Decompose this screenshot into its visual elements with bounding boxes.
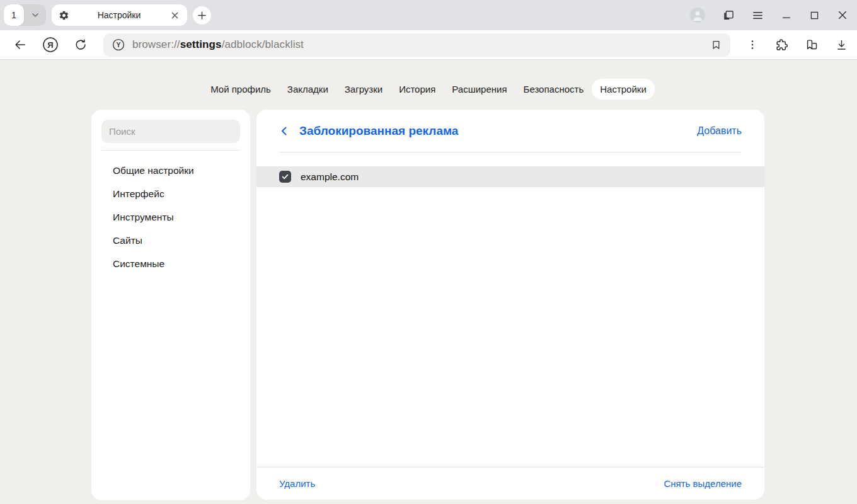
reload-button[interactable] xyxy=(69,33,92,56)
sidebar-item-tools[interactable]: Инструменты xyxy=(91,205,250,229)
sidebar-item-system[interactable]: Системные xyxy=(91,252,250,275)
hamburger-menu-icon[interactable] xyxy=(752,9,764,21)
nav-tab-extensions[interactable]: Расширения xyxy=(444,79,515,100)
gear-icon xyxy=(59,10,69,21)
page-title: Заблокированная реклама xyxy=(299,124,458,138)
toolbar-right-controls xyxy=(747,38,848,52)
extensions-puzzle-icon[interactable] xyxy=(774,38,788,52)
url-scheme: browser:// xyxy=(132,38,180,50)
nav-tab-profile[interactable]: Мой профиль xyxy=(202,79,279,100)
settings-body: Общие настройки Интерфейс Инструменты Са… xyxy=(91,110,764,500)
tab-strip: 1 Настройки xyxy=(0,0,857,30)
blacklist-panel: Заблокированная реклама Добавить example… xyxy=(256,110,764,500)
window-maximize-button[interactable] xyxy=(809,10,820,21)
blacklist-header: Заблокированная реклама Добавить xyxy=(256,110,764,152)
bookmark-icon[interactable] xyxy=(710,39,722,51)
toolbar-menu-button[interactable] xyxy=(747,39,758,50)
collections-icon[interactable] xyxy=(805,38,819,52)
sidebar-items: Общие настройки Интерфейс Инструменты Са… xyxy=(91,159,250,275)
back-button[interactable] xyxy=(9,33,32,56)
nav-tab-security[interactable]: Безопасность xyxy=(515,79,592,100)
nav-tab-settings[interactable]: Настройки xyxy=(592,79,655,100)
tab-title: Настройки xyxy=(69,10,169,20)
nav-tab-bookmarks[interactable]: Закладки xyxy=(279,79,336,100)
deselect-button[interactable]: Снять выделение xyxy=(664,478,742,489)
new-tab-button[interactable] xyxy=(193,6,211,25)
sidebar-item-general[interactable]: Общие настройки xyxy=(91,159,250,182)
settings-sidebar: Общие настройки Интерфейс Инструменты Са… xyxy=(91,110,250,500)
tab-counter[interactable]: 1 xyxy=(4,4,46,26)
tab-close-button[interactable] xyxy=(169,9,180,21)
chevron-left-icon xyxy=(279,126,289,136)
check-icon xyxy=(281,173,289,181)
url-path: /adblock/blacklist xyxy=(222,38,304,50)
active-browser-tab[interactable]: Настройки xyxy=(52,4,187,26)
tabbar-right-controls xyxy=(690,8,848,23)
yandex-home-button[interactable]: Я xyxy=(39,33,62,56)
browser-toolbar: Я Y browser://settings/adblock/blacklist xyxy=(0,30,857,60)
divider xyxy=(101,150,240,151)
bookmarks-panel-icon[interactable] xyxy=(722,9,735,21)
sidebar-item-sites[interactable]: Сайты xyxy=(91,229,250,252)
download-icon[interactable] xyxy=(835,38,848,52)
panel-spacer xyxy=(256,187,764,467)
tab-count[interactable]: 1 xyxy=(4,4,24,26)
plus-icon xyxy=(197,11,207,20)
panel-back-button[interactable] xyxy=(279,126,289,136)
search-input[interactable] xyxy=(101,120,240,143)
chevron-down-icon[interactable] xyxy=(24,4,46,26)
settings-page: Мой профиль Закладки Загрузки История Ра… xyxy=(0,60,857,503)
svg-text:Я: Я xyxy=(47,40,53,50)
url-bar[interactable]: Y browser://settings/adblock/blacklist xyxy=(103,33,730,57)
profile-avatar[interactable] xyxy=(690,8,705,23)
nav-tab-history[interactable]: История xyxy=(391,79,444,100)
url-text[interactable]: browser://settings/adblock/blacklist xyxy=(132,38,304,51)
svg-text:Y: Y xyxy=(116,41,120,49)
delete-button[interactable]: Удалить xyxy=(279,478,315,489)
add-button[interactable]: Добавить xyxy=(697,125,742,137)
window-close-button[interactable] xyxy=(837,9,848,21)
blocked-domain: example.com xyxy=(301,171,359,183)
nav-tab-downloads[interactable]: Загрузки xyxy=(336,79,391,100)
yandex-logo-icon: Я xyxy=(42,37,59,53)
site-badge-icon[interactable]: Y xyxy=(112,38,125,52)
window-minimize-button[interactable] xyxy=(781,9,792,21)
divider xyxy=(279,152,742,152)
row-checkbox-checked[interactable] xyxy=(279,171,291,183)
sidebar-item-interface[interactable]: Интерфейс xyxy=(91,182,250,205)
url-host: settings xyxy=(180,38,222,50)
blacklist-row[interactable]: example.com xyxy=(256,166,764,187)
settings-nav-tabs: Мой профиль Закладки Загрузки История Ра… xyxy=(0,60,857,100)
blacklist-footer: Удалить Снять выделение xyxy=(256,467,764,500)
